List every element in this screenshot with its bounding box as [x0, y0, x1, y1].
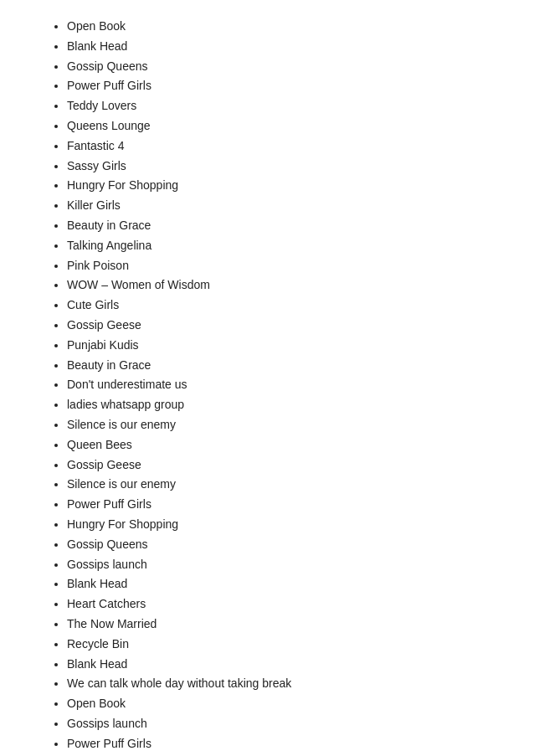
- list-item: Blank Head: [67, 655, 501, 675]
- list-item: Hungry For Shopping: [67, 176, 501, 196]
- list-item: Open Book: [67, 694, 501, 714]
- list-item: ladies whatsapp group: [67, 395, 501, 415]
- list-item: Gossip Queens: [67, 57, 501, 77]
- list-item: Gossip Geese: [67, 455, 501, 476]
- list-item: Blank Head: [67, 574, 501, 594]
- list-item: Power Puff Girls: [67, 76, 501, 96]
- list-item: Open Book: [67, 17, 501, 37]
- list-item: Don't underestimate us: [67, 375, 501, 395]
- list-item: Punjabi Kudis: [67, 336, 501, 356]
- list-item: Silence is our enemy: [67, 415, 501, 435]
- list-item: Queen Bees: [67, 435, 501, 455]
- list-item: Beauty in Grace: [67, 356, 501, 376]
- list-item: Talking Angelina: [67, 236, 501, 256]
- list-item: Killer Girls: [67, 196, 501, 216]
- list-item: Pink Poison: [67, 256, 501, 276]
- list-item: Heart Catchers: [67, 594, 501, 615]
- list-item: Queens Lounge: [67, 116, 501, 136]
- group-names-list: Open BookBlank HeadGossip QueensPower Pu…: [50, 17, 501, 756]
- list-item: Hungry For Shopping: [67, 515, 501, 535]
- list-item: The Now Married: [67, 615, 501, 635]
- list-item: Gossips launch: [67, 555, 501, 575]
- list-item: WOW – Women of Wisdom: [67, 275, 501, 296]
- list-item: Fantastic 4: [67, 136, 501, 157]
- list-item: Gossip Queens: [67, 535, 501, 555]
- list-item: Beauty in Grace: [67, 216, 501, 236]
- list-item: Power Puff Girls: [67, 734, 501, 754]
- list-item: Blank Head: [67, 37, 501, 57]
- list-item: Cute Girls: [67, 296, 501, 316]
- list-item: Silence is our enemy: [67, 475, 501, 495]
- list-item: Teddy Lovers: [67, 96, 501, 116]
- list-item: Recycle Bin: [67, 635, 501, 655]
- list-item: Gossips launch: [67, 714, 501, 734]
- list-item: Gossip Geese: [67, 316, 501, 336]
- main-content: Open BookBlank HeadGossip QueensPower Pu…: [33, 17, 501, 756]
- list-item: Sassy Girls: [67, 157, 501, 177]
- list-item: Power Puff Girls: [67, 495, 501, 515]
- list-item: We can talk whole day without taking bre…: [67, 674, 501, 694]
